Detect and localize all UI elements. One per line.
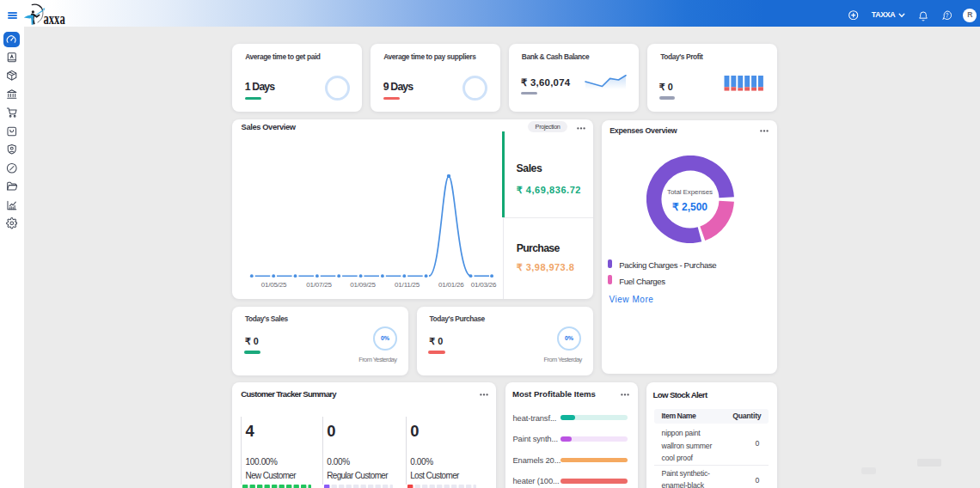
svg-text:01/01/26: 01/01/26 <box>438 281 464 289</box>
svg-text:01/03/26: 01/03/26 <box>471 281 497 289</box>
svg-text:01/07/25: 01/07/25 <box>306 281 332 289</box>
svg-text:axxa: axxa <box>44 10 65 26</box>
svg-text:01/09/25: 01/09/25 <box>350 281 376 289</box>
svg-text:01/05/25: 01/05/25 <box>261 281 287 289</box>
svg-text:01/11/25: 01/11/25 <box>395 281 420 289</box>
